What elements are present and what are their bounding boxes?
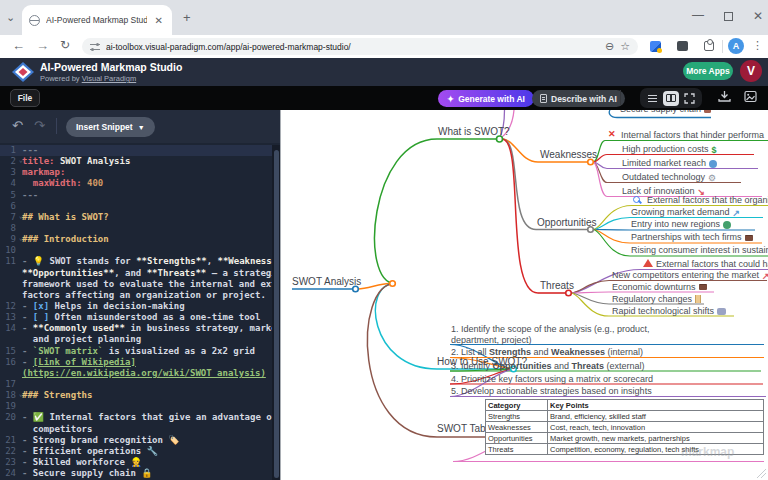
extension-icon[interactable] [650, 41, 661, 52]
code-line-text[interactable]: - ✅ Internal factors that give an advant… [22, 412, 272, 423]
browser-menu-icon[interactable]: ⋮ [752, 39, 763, 52]
editor-scrollbar-thumb[interactable] [274, 150, 279, 478]
new-tab-button[interactable]: + [183, 10, 191, 25]
code-line-text[interactable]: competitors [22, 424, 272, 435]
code-row[interactable]: 22- Efficient operations 🔧 [0, 446, 272, 457]
code-line-text[interactable]: --- [22, 190, 272, 201]
resize-handle[interactable] [757, 469, 766, 478]
code-row[interactable]: 5--- [0, 190, 272, 201]
code-line-text[interactable]: ### Strengths [22, 390, 272, 401]
window-close-button[interactable]: ✕ [753, 9, 763, 23]
undo-button[interactable]: ↶ [12, 118, 23, 133]
code-row[interactable]: 15- `SWOT matrix` is visualized as a 2x2… [0, 346, 272, 357]
generate-with-ai-button[interactable]: ✦ Generate with AI [438, 90, 534, 107]
bookmark-star-icon[interactable]: ☆ [620, 40, 630, 53]
weaknesses-circle[interactable] [588, 159, 594, 165]
code-line-text[interactable]: ### Introduction [22, 234, 272, 245]
fold-chevron-icon[interactable]: ⌄ [19, 389, 23, 400]
insert-snippet-button[interactable]: Insert Snippet ▼ [66, 117, 155, 137]
fold-chevron-icon[interactable]: ⌄ [19, 155, 23, 166]
redo-button[interactable]: ↷ [34, 118, 45, 133]
code-line-text[interactable] [22, 401, 272, 412]
code-line-text[interactable]: **Opportunities**, and **Threats** — a s… [22, 268, 272, 279]
code-row[interactable]: 13- [ ] Often misunderstood as a one-tim… [0, 312, 272, 323]
code-row[interactable]: 21- Strong brand recognition 🏷️ [0, 435, 272, 446]
code-line-text[interactable]: --- [22, 145, 272, 156]
code-line-text[interactable] [22, 245, 272, 256]
zoom-indicator-icon[interactable]: ⊖ [605, 40, 614, 53]
code-row[interactable]: 8 [0, 223, 272, 234]
describe-with-ai-button[interactable]: Describe with AI [532, 90, 625, 107]
code-line-text[interactable] [22, 223, 272, 234]
code-row[interactable]: 4 maxWidth: 400 [0, 178, 272, 189]
code-line-text[interactable]: - Strong brand recognition 🏷️ [22, 435, 272, 446]
code-line-text[interactable]: factors affecting an organization or pro… [22, 290, 272, 301]
window-minimize-button[interactable]: — [692, 8, 704, 22]
code-line-text[interactable]: maxWidth: 400 [22, 178, 272, 189]
what-is-swot-label[interactable]: What is SWOT? [438, 126, 510, 137]
tab-search-chevron-icon[interactable]: ⌄ [6, 11, 15, 24]
code-line-text[interactable] [22, 379, 272, 390]
url-bar[interactable]: ai-toolbox.visual-paradigm.com/app/ai-po… [82, 38, 638, 55]
code-line-text[interactable]: framework used to evaluate the internal … [22, 279, 272, 290]
code-row[interactable]: 20- ✅ Internal factors that give an adva… [0, 412, 272, 423]
site-settings-icon[interactable] [90, 43, 100, 51]
code-line-text[interactable]: - 💡 SWOT stands for **Strengths**, **Wea… [22, 256, 272, 267]
code-row[interactable]: 12- [x] Helps in decision-making [0, 301, 272, 312]
code-row[interactable]: 6 [0, 201, 272, 212]
code-line-text[interactable]: title: SWOT Analysis [22, 156, 272, 167]
code-row[interactable]: 16- [Link of Wikipedia] [0, 357, 272, 368]
extensions-puzzle-icon[interactable] [704, 41, 714, 51]
code-row[interactable]: factors affecting an organization or pro… [0, 290, 272, 301]
junction-node-circle[interactable] [390, 281, 396, 287]
code-line-text[interactable]: (https://en.wikipedia.org/wiki/SWOT_anal… [22, 368, 272, 379]
code-row[interactable]: 11- 💡 SWOT stands for **Strengths**, **W… [0, 256, 272, 267]
code-line-text[interactable]: and project planning [22, 334, 272, 345]
code-line-text[interactable]: - [ ] Often misunderstood as a one-time … [22, 312, 272, 323]
code-row[interactable]: 3markmap: [0, 167, 272, 178]
root-node-circle[interactable] [353, 286, 359, 292]
code-row[interactable]: 7⌄## What is SWOT? [0, 212, 272, 223]
code-line-text[interactable]: ## What is SWOT? [22, 212, 272, 223]
profile-avatar[interactable]: A [728, 38, 744, 54]
code-row[interactable]: **Opportunities**, and **Threats** — a s… [0, 268, 272, 279]
code-row[interactable]: framework used to evaluate the internal … [0, 279, 272, 290]
back-button[interactable]: ← [12, 39, 25, 52]
tab-close-icon[interactable]: ✕ [153, 15, 165, 26]
fold-chevron-icon[interactable]: ⌄ [19, 233, 23, 244]
code-line-text[interactable] [22, 201, 272, 212]
fold-chevron-icon[interactable]: ⌄ [19, 211, 23, 222]
threats-label[interactable]: Threats [540, 280, 574, 291]
code-row[interactable]: 23- Skilled workforce 👷 [0, 457, 272, 468]
url-text[interactable]: ai-toolbox.visual-paradigm.com/app/ai-po… [106, 42, 599, 52]
split-view-button[interactable] [663, 91, 679, 106]
window-maximize-button[interactable] [724, 12, 733, 21]
code-row[interactable]: 19 [0, 401, 272, 412]
export-image-button[interactable] [744, 90, 757, 103]
code-row[interactable]: competitors [0, 424, 272, 435]
download-button[interactable] [718, 90, 731, 103]
code-line-text[interactable]: - Efficient operations 🔧 [22, 446, 272, 457]
editor-only-view-button[interactable] [644, 91, 660, 106]
forward-button[interactable]: → [36, 39, 49, 52]
code-row[interactable]: (https://en.wikipedia.org/wiki/SWOT_anal… [0, 368, 272, 379]
code-row[interactable]: 18⌄### Strengths [0, 390, 272, 401]
code-line-text[interactable]: - [Link of Wikipedia] [22, 357, 272, 368]
visual-paradigm-link[interactable]: Visual Paradigm [82, 74, 136, 83]
code-row[interactable]: 9⌄### Introduction [0, 234, 272, 245]
code-line-text[interactable]: - [x] Helps in decision-making [22, 301, 272, 312]
root-node-label[interactable]: SWOT Analysis [292, 276, 361, 287]
mindmap-canvas[interactable]: SWOT Analysis What is SWOT? Weaknesses O… [280, 110, 768, 480]
code-line-text[interactable]: - `SWOT matrix` is visualized as a 2x2 g… [22, 346, 272, 357]
code-line-text[interactable]: - Skilled workforce 👷 [22, 457, 272, 468]
fullscreen-view-button[interactable] [682, 91, 698, 106]
code-row[interactable]: 17 [0, 379, 272, 390]
weaknesses-label[interactable]: Weaknesses [540, 149, 597, 160]
code-editor-content[interactable]: 1---2⌄title: SWOT Analysis3markmap:4 max… [0, 145, 272, 480]
code-line-text[interactable]: markmap: [22, 167, 272, 178]
code-row[interactable]: 1--- [0, 145, 272, 156]
reload-button[interactable]: ↻ [60, 39, 70, 51]
threats-circle[interactable] [566, 290, 572, 296]
vp-badge[interactable]: V [740, 60, 762, 82]
code-row[interactable]: and project planning [0, 334, 272, 345]
